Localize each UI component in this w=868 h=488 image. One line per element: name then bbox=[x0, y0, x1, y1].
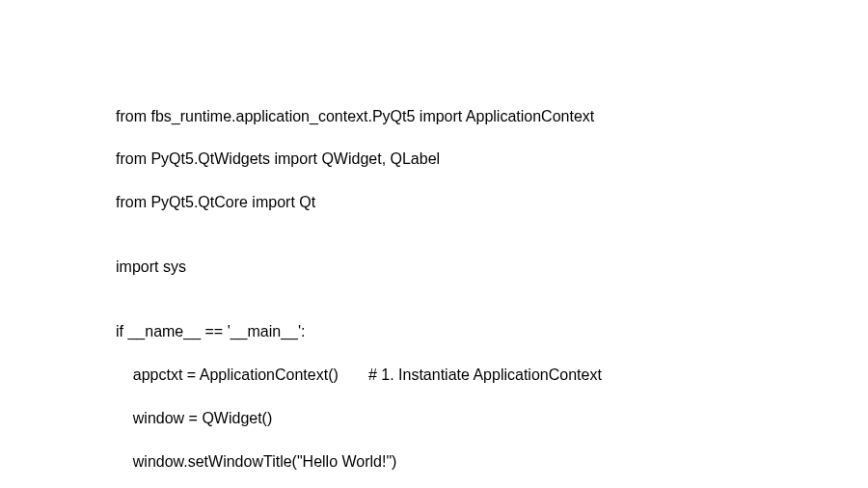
code-line: window.setWindowTitle("Hello World!") bbox=[116, 451, 868, 473]
code-line: from fbs_runtime.application_context.PyQ… bbox=[116, 106, 868, 127]
code-line: if __name__ == '__main__': bbox=[116, 321, 868, 342]
code-line: appctxt = ApplicationContext() # 1. Inst… bbox=[116, 365, 868, 386]
code-line: from PyQt5.QtCore import Qt bbox=[116, 192, 868, 213]
code-line: window = QWidget() bbox=[116, 408, 868, 429]
code-line: import sys bbox=[116, 257, 868, 278]
code-line: from PyQt5.QtWidgets import QWidget, QLa… bbox=[116, 149, 868, 170]
